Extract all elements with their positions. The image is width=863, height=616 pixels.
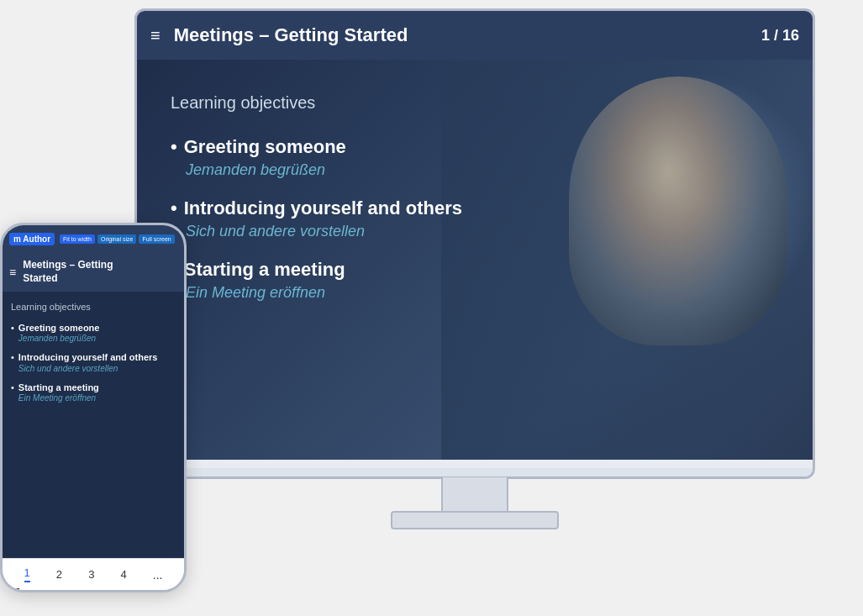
phone-obj-2-de: Sich und andere vorstellen: [18, 364, 176, 373]
objective-2-en: •Introducing yourself and others: [171, 197, 475, 219]
objective-1-de: Jemanden begrüßen: [171, 161, 475, 179]
phone-bullet-2: •: [11, 352, 14, 362]
phone-logo: m Author: [9, 233, 55, 245]
slide-objective-2: •Introducing yourself and others Sich un…: [171, 197, 475, 240]
phone-obj-1-en: Greeting someone: [18, 322, 176, 334]
phone-hamburger-icon[interactable]: ≡: [9, 266, 16, 279]
phone-objective-3: • Starting a meeting Ein Meeting eröffne…: [11, 382, 176, 403]
monitor-page-count: 1 / 16: [761, 27, 799, 45]
bullet-1: •: [171, 136, 177, 158]
person-photo: [441, 60, 813, 460]
phone-obj-2-en: Introducing yourself and others: [18, 351, 176, 363]
phone-bullet-1: •: [11, 323, 14, 333]
phone-objective-2: • Introducing yourself and others Sich u…: [11, 351, 176, 372]
monitor-stand-base: [391, 511, 559, 529]
monitor-bottom-bar-1: [137, 460, 813, 468]
phone-nav-3[interactable]: 3: [88, 568, 94, 581]
monitor-stand-neck: [441, 477, 508, 515]
phone-inner: m Author Fit to width Original size Full…: [3, 225, 184, 590]
phone-slide-heading: Learning objectives: [11, 302, 176, 312]
phone-content: Learning objectives • Greeting someone J…: [3, 292, 184, 558]
monitor-bottom-bar-2: [137, 468, 813, 476]
slide-objective-3: •Starting a meeting Ein Meeting eröffnen: [171, 259, 475, 302]
monitor-header: ≡ Meetings – Getting Started 1 / 16: [137, 11, 813, 60]
phone-objective-1: • Greeting someone Jemanden begrüßen: [11, 322, 176, 343]
monitor-slide-content: Learning objectives •Greeting someone Je…: [171, 93, 475, 320]
objective-2-de: Sich und andere vorstellen: [171, 223, 475, 240]
phone-nav-more[interactable]: ...: [153, 568, 163, 582]
monitor-title: Meetings – Getting Started: [174, 24, 761, 46]
fit-to-width-btn[interactable]: Fit to width: [60, 234, 95, 244]
slide-objective-1: •Greeting someone Jemanden begrüßen: [171, 136, 475, 179]
objective-3-en: •Starting a meeting: [171, 259, 475, 281]
phone-nav-underline: [3, 588, 19, 590]
objective-1-en: •Greeting someone: [171, 136, 475, 158]
objective-3-de: Ein Meeting eröffnen: [171, 284, 475, 302]
phone-bullet-3: •: [11, 382, 14, 392]
phone-obj-text-2: Introducing yourself and others Sich und…: [18, 351, 176, 372]
phone-obj-text-1: Greeting someone Jemanden begrüßen: [18, 322, 176, 343]
monitor: ≡ Meetings – Getting Started 1 / 16 Lear…: [134, 8, 815, 529]
phone-title: Meetings – Getting Started: [23, 259, 113, 285]
m-author-logo: m Author: [13, 234, 50, 244]
bullet-2: •: [171, 197, 177, 219]
hamburger-icon[interactable]: ≡: [150, 27, 160, 44]
monitor-content: ≡ Meetings – Getting Started 1 / 16 Lear…: [137, 11, 813, 476]
full-screen-btn[interactable]: Full screen: [139, 234, 174, 244]
slide-heading: Learning objectives: [171, 93, 475, 113]
phone-obj-3-en: Starting a meeting: [18, 382, 176, 393]
original-size-btn[interactable]: Original size: [97, 234, 137, 244]
phone-nav-1[interactable]: 1: [24, 566, 30, 582]
phone-top-bar: m Author Fit to width Original size Full…: [3, 225, 184, 252]
phone-obj-1-de: Jemanden begrüßen: [18, 334, 176, 343]
phone-border: m Author Fit to width Original size Full…: [0, 223, 187, 592]
phone-view-buttons: Fit to width Original size Full screen: [60, 234, 175, 244]
phone-obj-text-3: Starting a meeting Ein Meeting eröffnen: [18, 382, 176, 403]
monitor-slide-area: Learning objectives •Greeting someone Je…: [137, 60, 813, 460]
phone-header: ≡ Meetings – Getting Started: [3, 252, 184, 292]
phone: m Author Fit to width Original size Full…: [0, 223, 187, 592]
phone-bottom-nav: 1 2 3 4 ...: [3, 558, 184, 590]
phone-obj-3-de: Ein Meeting eröffnen: [18, 393, 176, 403]
phone-nav-2[interactable]: 2: [56, 568, 62, 581]
scene: ≡ Meetings – Getting Started 1 / 16 Lear…: [0, 0, 863, 616]
monitor-screen: ≡ Meetings – Getting Started 1 / 16 Lear…: [134, 8, 815, 479]
phone-nav-4[interactable]: 4: [120, 568, 126, 581]
